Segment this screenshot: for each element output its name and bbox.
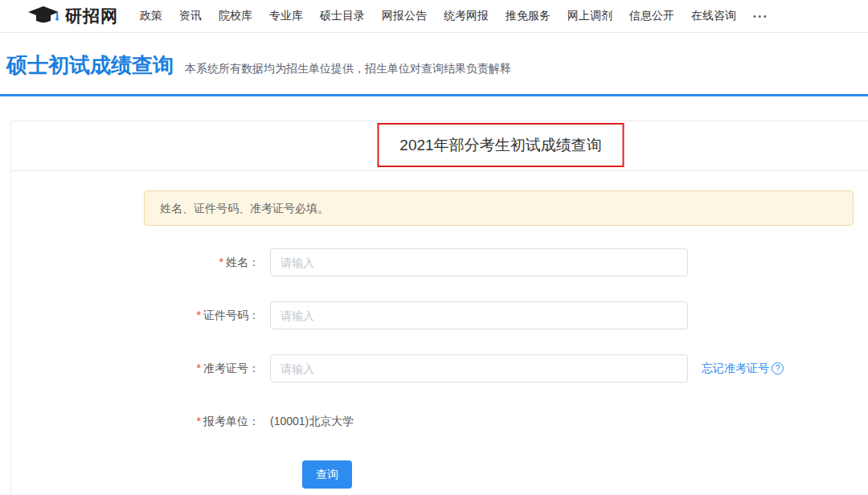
- target-institution-label: *报考单位：: [11, 415, 270, 429]
- page-subtitle: 本系统所有数据均为招生单位提供，招生单位对查询结果负责解释: [185, 62, 511, 76]
- id-number-input[interactable]: [270, 301, 688, 329]
- required-asterisk: *: [219, 256, 223, 268]
- panel-header: 2021年部分考生初试成绩查询: [11, 121, 868, 171]
- graduation-cap-icon: [27, 5, 59, 27]
- main-nav: 政策 资讯 院校库 专业库 硕士目录 网报公告 统考网报 推免服务 网上调剂 信…: [140, 9, 736, 23]
- panel-title: 2021年部分考生初试成绩查询: [399, 135, 601, 156]
- target-institution-value: (10001)北京大学: [270, 415, 354, 429]
- admission-ticket-input[interactable]: [270, 354, 688, 382]
- admission-ticket-label: *准考证号：: [11, 362, 270, 376]
- nav-item-zhengce[interactable]: 政策: [140, 9, 162, 23]
- required-asterisk: *: [197, 415, 201, 428]
- forgot-admission-ticket-link[interactable]: 忘记准考证号 ?: [702, 362, 784, 376]
- name-label: *姓名：: [11, 256, 270, 270]
- nav-item-wangshangtiaoji[interactable]: 网上调剂: [567, 9, 612, 23]
- nav-item-yuanxiaoku[interactable]: 院校库: [219, 9, 252, 23]
- query-form: *姓名： *证件号码： *准考证号： 忘记准考证号 ?: [11, 248, 868, 489]
- nav-item-shuoshimulu[interactable]: 硕士目录: [320, 9, 365, 23]
- top-nav: 研招网 政策 资讯 院校库 专业库 硕士目录 网报公告 统考网报 推免服务 网上…: [0, 0, 868, 33]
- nav-item-zixun[interactable]: 资讯: [179, 9, 202, 23]
- page-header: 硕士初试成绩查询 本系统所有数据均为招生单位提供，招生单位对查询结果负责解释: [0, 33, 868, 79]
- form-row-id-number: *证件号码：: [11, 301, 868, 329]
- site-logo[interactable]: 研招网: [27, 5, 118, 27]
- nav-item-zhuanyeku[interactable]: 专业库: [269, 9, 303, 23]
- question-mark-icon: ?: [772, 362, 784, 374]
- required-fields-alert: 姓名、证件号码、准考证号必填。: [144, 190, 854, 226]
- required-asterisk: *: [197, 309, 201, 321]
- required-asterisk: *: [197, 362, 201, 374]
- nav-item-xinxigongkai[interactable]: 信息公开: [629, 9, 674, 23]
- red-annotation-box: 2021年部分考生初试成绩查询: [378, 123, 624, 167]
- form-row-admission-ticket: *准考证号： 忘记准考证号 ?: [11, 354, 868, 382]
- nav-more-button[interactable]: •••: [753, 12, 769, 21]
- nav-item-wangbaogonggao[interactable]: 网报公告: [382, 9, 427, 23]
- form-row-submit: 查询: [11, 460, 868, 489]
- query-panel: 2021年部分考生初试成绩查询 姓名、证件号码、准考证号必填。 *姓名： *证件…: [10, 121, 868, 495]
- form-row-target-institution: *报考单位： (10001)北京大学: [11, 407, 868, 436]
- blue-divider: [0, 94, 868, 96]
- id-number-label: *证件号码：: [11, 309, 270, 323]
- name-input[interactable]: [270, 248, 688, 276]
- nav-item-tongkaowangbao[interactable]: 统考网报: [444, 9, 489, 23]
- nav-item-zaixianzixun[interactable]: 在线咨询: [691, 9, 736, 23]
- brand-name: 研招网: [65, 5, 118, 27]
- page-title: 硕士初试成绩查询: [6, 51, 174, 79]
- panel-body: 姓名、证件号码、准考证号必填。 *姓名： *证件号码： *准考证号：: [11, 190, 868, 489]
- query-button[interactable]: 查询: [302, 460, 352, 489]
- form-row-name: *姓名：: [11, 248, 868, 276]
- nav-item-tuimianfuwu[interactable]: 推免服务: [506, 9, 551, 23]
